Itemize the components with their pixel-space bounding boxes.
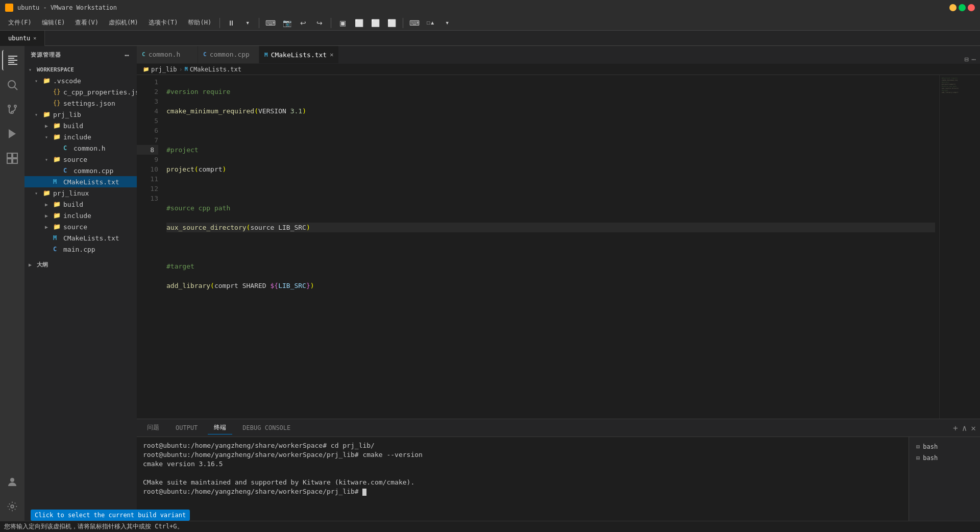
menu-help[interactable]: 帮助(H) (184, 17, 215, 29)
tab-debug-console[interactable]: DEBUG CONSOLE (236, 422, 297, 434)
folder-include[interactable]: ▾ 📁 include (24, 131, 137, 142)
bc-cmake-icon: M (185, 66, 188, 72)
close-button[interactable] (968, 4, 975, 11)
main-layout: 资源管理器 ⋯ ▾ WORKERSPACE ▾ 📁 .vscode {} c_c… (0, 46, 980, 521)
terminal-chevron-up[interactable]: ∧ (962, 423, 967, 433)
empty-arrow2 (45, 101, 53, 106)
terminal-bash-1[interactable]: ⊞ bash (913, 441, 976, 452)
c-cpp-properties-label: c_cpp_properties.json (63, 88, 137, 96)
split-editor-button[interactable]: ⊟ (964, 55, 968, 63)
menu-vm[interactable]: 虚拟机(M) (105, 17, 142, 29)
view-btn3[interactable]: ⬜ (368, 17, 382, 29)
pause-dropdown[interactable]: ▼ (240, 17, 255, 29)
prj-linux-label: prj_linux (53, 189, 89, 197)
workspace-label[interactable]: ▾ WORKERSPACE (24, 64, 137, 75)
line-numbers: 1234 567 8 910111213 (137, 75, 162, 419)
empty-arrow7 (45, 247, 53, 252)
sidebar: 资源管理器 ⋯ ▾ WORKERSPACE ▾ 📁 .vscode {} c_c… (24, 46, 137, 521)
pause-button[interactable]: ⏸ (224, 17, 238, 29)
folder-vscode[interactable]: ▾ 📁 .vscode (24, 75, 137, 86)
source-label: source (63, 156, 87, 163)
tab-common-h-icon: C (142, 51, 145, 58)
empty-arrow6 (45, 235, 53, 241)
new-terminal-button[interactable]: + (953, 423, 958, 433)
tab-terminal[interactable]: 终端 (208, 421, 232, 434)
title-bar: ubuntu - VMware Workstation (0, 0, 980, 15)
unity-dropdown[interactable]: ▼ (440, 17, 454, 29)
folder-source[interactable]: ▾ 📁 source (24, 154, 137, 165)
source-arrow: ▾ (45, 157, 53, 162)
snapshot-button[interactable]: 📷 (280, 17, 294, 29)
terminal-sidebar: ⊞ bash ⊞ bash (909, 437, 980, 521)
terminal-main[interactable]: root@ubuntu:/home/yangzheng/share/worker… (137, 437, 909, 521)
menu-view[interactable]: 查看(V) (71, 17, 103, 29)
prj-lib-arrow: ▾ (35, 112, 43, 117)
minimize-button[interactable] (949, 4, 957, 11)
terminal-bash-2[interactable]: ⊞ bash (913, 452, 976, 464)
svg-line-1 (15, 87, 18, 90)
tab-cmakelists[interactable]: M CMakeLists.txt ✕ (259, 46, 339, 63)
activity-run[interactable] (2, 124, 22, 144)
tab-common-h-label: common.h (149, 51, 181, 58)
workspace-arrow: ▾ (29, 67, 37, 72)
maximize-button[interactable] (959, 4, 966, 11)
unity-button[interactable]: □▲ (424, 17, 438, 29)
bc-prj-lib[interactable]: 📁 prj_lib (143, 66, 177, 73)
folder-vscode-label: .vscode (53, 77, 81, 85)
bc-cmakelists[interactable]: M CMakeLists.txt (185, 66, 241, 73)
snapshot-save[interactable]: ↪ (312, 17, 327, 29)
activity-extensions[interactable] (2, 148, 22, 168)
sidebar-actions: ⋯ (124, 50, 131, 60)
folder-prj-linux[interactable]: ▾ 📁 prj_linux (24, 187, 137, 199)
file-common-cpp[interactable]: C common.cpp (24, 165, 137, 176)
file-cmakelists-prj-lib[interactable]: M CMakeLists.txt (24, 176, 137, 187)
fullscreen-button[interactable]: ⌨ (407, 17, 422, 29)
tab-cmake-close[interactable]: ✕ (330, 51, 333, 58)
menu-file[interactable]: 文件(F) (4, 17, 36, 29)
snapshot-restore[interactable]: ↩ (296, 17, 310, 29)
file-common-h[interactable]: C common.h (24, 142, 137, 154)
tab-common-cpp[interactable]: C common.cpp (198, 46, 259, 63)
activity-settings[interactable] (2, 496, 22, 517)
view-btn1[interactable]: ▣ (335, 17, 350, 29)
activity-search[interactable] (2, 75, 22, 95)
vm-tab-ubuntu[interactable]: ubuntu ✕ (0, 31, 45, 46)
vm-tab-close[interactable]: ✕ (33, 35, 36, 41)
tab-common-h[interactable]: C common.h (137, 46, 198, 63)
view-btn4[interactable]: ⬜ (384, 17, 399, 29)
folder-prj-lib[interactable]: ▾ 📁 prj_lib (24, 109, 137, 120)
outline-label[interactable]: ▶ 大纲 (24, 259, 137, 270)
activity-source-control[interactable] (2, 99, 22, 119)
source2-folder-icon: 📁 (53, 223, 61, 230)
folder-include2[interactable]: ▶ 📁 include (24, 210, 137, 221)
folder-build2[interactable]: ▶ 📁 build (24, 199, 137, 210)
file-cmakelists-prj-linux[interactable]: M CMakeLists.txt (24, 232, 137, 244)
tab-output[interactable]: OUTPUT (169, 422, 204, 434)
vm-tabs: ubuntu ✕ (0, 31, 980, 46)
svg-point-2 (8, 105, 10, 107)
tab-problems[interactable]: 问题 (141, 421, 165, 434)
view-btn2[interactable]: ⬜ (352, 17, 366, 29)
code-content[interactable]: #version require cmake_minimum_required(… (162, 75, 939, 419)
folder-build[interactable]: ▶ 📁 build (24, 120, 137, 131)
workspace-title: WORKERSPACE (37, 66, 74, 73)
folder-source2[interactable]: ▶ 📁 source (24, 221, 137, 232)
main-cpp-label: main.cpp (63, 246, 95, 253)
svg-point-10 (10, 478, 14, 482)
file-settings-json[interactable]: {} settings.json (24, 98, 137, 109)
activity-explorer[interactable] (2, 50, 22, 70)
menu-tab[interactable]: 选项卡(T) (144, 17, 182, 29)
send-key-button[interactable]: ⌨ (263, 17, 278, 29)
file-c-cpp-properties[interactable]: {} c_cpp_properties.json (24, 86, 137, 98)
menu-bar: 文件(F) 编辑(E) 查看(V) 虚拟机(M) 选项卡(T) 帮助(H) ⏸ … (0, 15, 980, 31)
bc-prj-lib-icon: 📁 (143, 66, 149, 72)
more-actions-button[interactable]: ⋯ (972, 55, 976, 63)
empty-arrow3 (55, 146, 63, 151)
bc-cmakelists-label: CMakeLists.txt (190, 66, 241, 73)
sidebar-action-new-file[interactable]: ⋯ (124, 50, 131, 60)
file-main-cpp[interactable]: C main.cpp (24, 244, 137, 255)
menu-edit[interactable]: 编辑(E) (38, 17, 69, 29)
close-terminal-button[interactable]: ✕ (971, 423, 976, 433)
build-variant-tooltip[interactable]: Click to select the current build varian… (31, 510, 190, 521)
activity-account[interactable] (2, 472, 22, 492)
